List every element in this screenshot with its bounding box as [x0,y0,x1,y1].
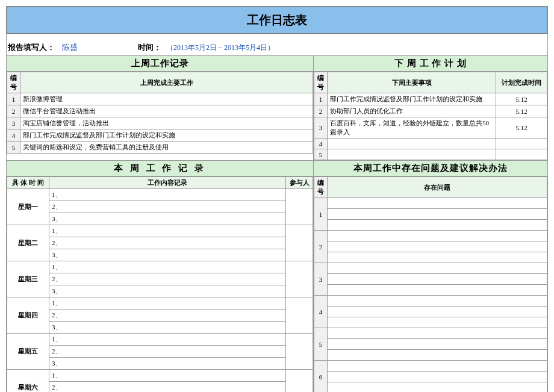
day-label: 星期四 [7,297,49,334]
issue-cell [328,263,547,274]
row-text: 部门工作完成情况监督及部门工作计划的设定和实施 [20,129,313,142]
reporter-value: 陈盛 [62,42,78,53]
line: 3、 [49,213,286,225]
row-text: 淘宝店铺信誉管理，活动推出 [20,117,313,129]
line: 3、 [49,249,286,261]
last-week-pane: 上周工作记录 编号 上周完成主要工作 1新浪微博管理 2微信平台管理及活动推出 … [7,55,314,160]
line: 2、 [49,273,286,285]
issues-title: 本周工作中存在问题及建议解决办法 [314,160,547,176]
row-text: 部门工作完成情况监督及部门工作计划的设定和实施 [328,93,496,105]
time-label: 时间： [138,42,161,53]
day-label: 星期一 [7,189,49,225]
row-time: 5.12 [496,93,547,105]
issue-no: 6 [314,361,328,393]
line: 1、 [49,370,286,382]
line: 1、 [49,297,286,310]
line: 3、 [49,322,286,334]
line: 3、 [49,285,286,297]
row-no: 5 [314,149,328,160]
col-no: 编号 [7,72,20,93]
col-main: 上周完成主要工作 [20,72,313,93]
row-no: 3 [7,117,20,129]
top-section: 上周工作记录 编号 上周完成主要工作 1新浪微博管理 2微信平台管理及活动推出 … [7,55,547,160]
day-label: 星期三 [7,261,49,297]
issue-cell [328,274,547,285]
next-week-title: 下 周 工 作 计 划 [314,55,547,72]
issue-cell [328,317,547,328]
row-no: 3 [314,117,328,138]
col-no: 编号 [314,72,328,93]
issue-cell [328,339,547,350]
row-no: 5 [7,142,20,154]
issue-cell [328,361,547,372]
participant [286,370,313,393]
line: 2、 [49,382,286,393]
issue-cell [328,328,547,339]
row-time: 5.12 [496,105,547,117]
issue-no: 1 [314,198,328,231]
row-text: 微信平台管理及活动推出 [20,105,313,117]
middle-section: 本 周 工 作 记 录 具 体 时 间 工作内容记录 参与人 星期一1、 2、 … [7,160,547,392]
day-label: 星期六 [7,370,49,393]
reporter-label: 报告填写人： [8,42,55,53]
issue-cell [328,350,547,361]
row-text: 新浪微博管理 [20,93,313,105]
time-value: （2013年5月2日－2013年5月4日） [166,43,275,53]
row-no: 2 [314,105,328,117]
col-problem: 存在问题 [328,177,547,198]
row-text [328,149,496,160]
row-no: 4 [7,129,20,142]
participant [286,225,313,261]
col-daytime: 具 体 时 间 [7,177,49,189]
line: 1、 [49,261,286,273]
sheet-title: 工作日志表 [7,7,547,34]
issue-no: 2 [314,231,328,263]
issue-cell [328,231,547,241]
header-row: 报告填写人： 陈盛 时间： （2013年5月2日－2013年5月4日） [7,40,547,55]
issue-cell [328,209,547,220]
row-time: 5.12 [496,117,547,138]
row-text: 协助部门人员的优化工作 [328,105,496,117]
col-main: 下周主要事项 [328,72,496,93]
issue-no: 4 [314,296,328,328]
row-text [328,138,496,149]
this-week-title: 本 周 工 作 记 录 [7,160,313,176]
issues-pane: 本周工作中存在问题及建议解决办法 编号 存在问题 1 2 3 4 5 6 [314,160,547,392]
col-no: 编号 [314,177,328,198]
row-text: 关键词的筛选和设定，免费营销工具的注册及使用 [20,142,313,154]
work-log-sheet: 工作日志表 报告填写人： 陈盛 时间： （2013年5月2日－2013年5月4日… [6,6,548,392]
issue-no: 5 [314,328,328,361]
line: 1、 [49,189,286,201]
col-participant: 参与人 [286,177,313,189]
issue-cell [328,296,547,306]
line: 2、 [49,310,286,322]
next-week-table: 编号 下周主要事项 计划完成时间 1部门工作完成情况监督及部门工作计划的设定和实… [314,72,547,160]
row-time [496,149,547,160]
next-week-pane: 下 周 工 作 计 划 编号 下周主要事项 计划完成时间 1部门工作完成情况监督… [314,55,547,160]
issue-cell [328,382,547,393]
col-time: 计划完成时间 [496,72,547,93]
issue-cell [328,220,547,231]
issue-cell [328,372,547,382]
line: 2、 [49,237,286,249]
this-week-pane: 本 周 工 作 记 录 具 体 时 间 工作内容记录 参与人 星期一1、 2、 … [7,160,314,392]
row-no: 1 [7,93,20,105]
row-no: 2 [7,105,20,117]
row-no: 1 [314,93,328,105]
line: 1、 [49,334,286,346]
participant [286,189,313,225]
issue-no: 3 [314,263,328,296]
last-week-title: 上周工作记录 [7,55,313,72]
this-week-table: 具 体 时 间 工作内容记录 参与人 星期一1、 2、 3、 星期二1、 2、 … [7,176,313,392]
issues-table: 编号 存在问题 1 2 3 4 5 6 [314,176,547,392]
issue-cell [328,252,547,263]
participant [286,297,313,334]
line: 2、 [49,201,286,213]
line: 2、 [49,346,286,358]
col-content: 工作内容记录 [49,177,286,189]
issue-cell [328,198,547,209]
row-text: 百度百科，文库，知道，经验的外链建立，数量总共50篇录入 [328,117,496,138]
day-label: 星期五 [7,334,49,370]
row-no: 4 [314,138,328,149]
issue-cell [328,241,547,252]
